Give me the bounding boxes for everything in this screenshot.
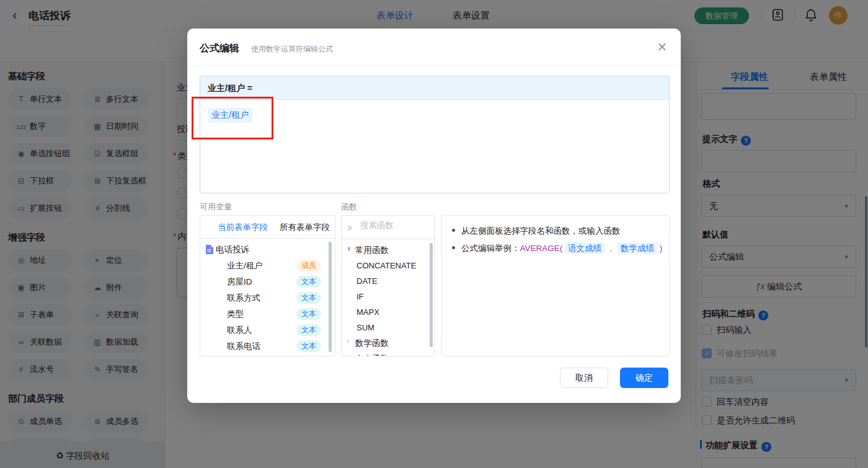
function-search: ⌕ <box>342 216 434 239</box>
function-item[interactable]: SUM <box>342 320 434 336</box>
variables-root-node[interactable]: 电话投诉 <box>200 242 335 258</box>
variables-label: 可用变量 <box>200 201 232 213</box>
function-group-math[interactable]: ›数学函数 <box>342 336 434 351</box>
hint-line-1: 从左侧面板选择字段名和函数，或输入函数 <box>452 226 621 237</box>
bullet-icon <box>452 229 455 232</box>
search-icon: ⌕ <box>348 223 353 233</box>
variable-row[interactable]: 联系电话文本 <box>200 338 335 355</box>
form-doc-icon <box>205 245 213 254</box>
functions-label: 函数 <box>341 201 357 213</box>
function-item[interactable]: MAPX <box>342 305 434 320</box>
variable-row[interactable]: 业主/租户成员 <box>200 258 335 274</box>
field-type-badge: 文本 <box>296 324 321 336</box>
modal-subtitle: 使用数学运算符编辑公式 <box>251 44 333 55</box>
function-group-common[interactable]: ∨常用函数 <box>342 243 434 258</box>
function-item[interactable]: IF <box>342 289 434 305</box>
variables-panel: 当前表单字段 所有表单字段 电话投诉 业主/租户成员 房屋ID文本 联系方式文本… <box>200 215 335 356</box>
functions-panel: ⌕ ∨常用函数 CONCATENATE DATE IF MAPX SUM ›数学… <box>341 215 435 356</box>
variables-scrollbar[interactable] <box>329 242 332 352</box>
annotation-red-rectangle <box>192 97 273 139</box>
functions-scrollbar[interactable] <box>430 243 433 347</box>
variables-tabs-divider <box>200 238 335 239</box>
variable-row[interactable]: 联系方式文本 <box>200 290 335 306</box>
variable-row[interactable]: 类型文本 <box>200 306 335 322</box>
formula-edit-modal: 公式编辑 使用数学运算符编辑公式 ✕ 业主/租户 = 业主/租户 可用变量 当前… <box>187 29 681 403</box>
variable-row[interactable]: 房屋ID文本 <box>200 274 335 290</box>
tab-all-form-fields[interactable]: 所有表单字段 <box>280 222 330 233</box>
function-item[interactable]: CONCATENATE <box>342 258 434 274</box>
example-field-chip: 语文成绩 <box>565 242 604 254</box>
hint-panel: 从左侧面板选择字段名和函数，或输入函数 公式编辑举例：AVERAGE( 语文成绩… <box>441 215 670 356</box>
confirm-button[interactable]: 确定 <box>620 368 668 388</box>
function-item[interactable]: DATE <box>342 274 434 289</box>
bullet-icon <box>452 246 455 249</box>
field-type-badge: 文本 <box>296 340 321 352</box>
chevron-right-icon: › <box>347 353 348 356</box>
app-window: ‹ 电话投诉 表单设计 表单设置 数据管理 作 ∞表单外链 ⟨⟩后端脚本 ▦数据… <box>0 0 868 468</box>
modal-header-divider <box>187 66 681 66</box>
chevron-down-icon: ∨ <box>347 245 351 252</box>
hint-line-2: 公式编辑举例：AVERAGE( 语文成绩 ， 数学成绩 ) <box>452 243 662 254</box>
function-search-input[interactable] <box>360 221 428 230</box>
field-type-badge: 文本 <box>296 308 321 320</box>
field-type-badge: 文本 <box>296 276 321 288</box>
close-icon[interactable]: ✕ <box>655 40 670 55</box>
function-group-text[interactable]: ›文本函数 <box>342 351 434 356</box>
field-type-badge: 文本 <box>296 292 321 304</box>
chevron-right-icon: › <box>347 338 348 345</box>
variable-row[interactable]: 联系人文本 <box>200 322 335 338</box>
tab-current-form-fields[interactable]: 当前表单字段 <box>218 222 268 233</box>
example-field-chip: 数学成绩 <box>618 242 657 254</box>
field-type-badge: 成员 <box>296 260 321 272</box>
cancel-button[interactable]: 取消 <box>560 368 608 388</box>
modal-title: 公式编辑 <box>200 42 239 55</box>
